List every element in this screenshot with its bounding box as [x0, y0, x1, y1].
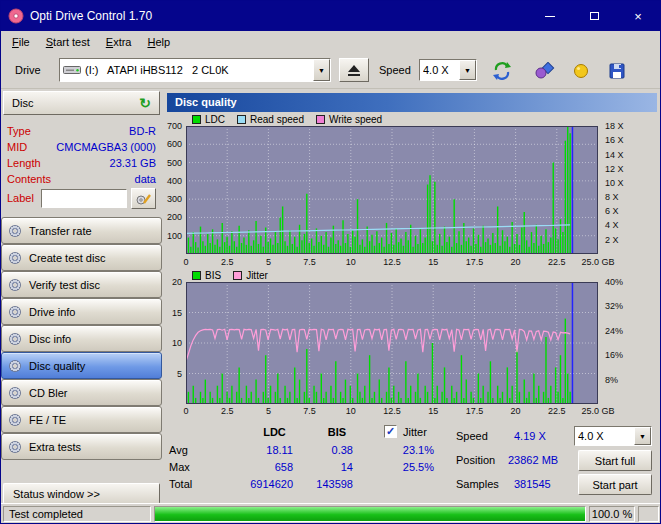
sidebar-item-disc-quality[interactable]: Disc quality: [1, 352, 162, 379]
erase-disc-button[interactable]: [529, 57, 561, 85]
app-icon: [8, 8, 24, 24]
start-part-button[interactable]: Start part: [578, 474, 652, 495]
write-speed-legend-swatch: [316, 115, 325, 124]
total-ldc-value: 6914620: [222, 478, 293, 490]
resize-grip[interactable]: [638, 506, 659, 522]
disc-icon: [9, 414, 21, 426]
nav-label: Extra tests: [29, 441, 81, 453]
nav-label: Verify test disc: [29, 279, 100, 291]
minimize-icon: [545, 16, 555, 17]
speed-select[interactable]: 4.0 X ▼: [419, 59, 477, 81]
eject-button[interactable]: [339, 58, 369, 82]
sidebar-item-disc-info[interactable]: Disc info: [1, 325, 162, 352]
menu-extra[interactable]: Extra: [98, 33, 140, 51]
bis-legend-swatch: [192, 271, 201, 280]
disc-section-header: Disc ↻: [3, 91, 160, 115]
write-speed-legend-label: Write speed: [329, 114, 382, 125]
max-bis-value: 14: [302, 461, 353, 473]
position-stat-value: 23862 MB: [508, 454, 558, 466]
speed-stat-value: 4.19 X: [514, 430, 546, 442]
maximize-icon: [590, 12, 599, 20]
info-row-mid: MID CMCMAGBA3 (000): [7, 141, 156, 156]
length-value: 23.31 GB: [110, 157, 156, 169]
menu-start-test[interactable]: Start test: [38, 33, 98, 51]
chart2-right-axis: 40%32%24%16%8%: [600, 282, 645, 404]
bis-legend-label: BIS: [205, 270, 221, 281]
sidebar-item-transfer-rate[interactable]: Transfer rate: [1, 217, 162, 244]
bis-chart-plot: [186, 282, 598, 404]
nav-label: Drive info: [29, 306, 75, 318]
sidebar-item-extra-tests[interactable]: Extra tests: [1, 433, 162, 460]
disc-icon: [9, 387, 21, 399]
nav-label: CD Bler: [29, 387, 68, 399]
drive-label: Drive: [15, 64, 41, 76]
chart1-right-axis: 18 X16 X14 X12 X10 X8 X6 X4 X2 X: [600, 126, 645, 254]
type-label: Type: [7, 125, 31, 137]
refresh-disc-button[interactable]: ↻: [134, 93, 156, 113]
nav-label: FE / TE: [29, 414, 66, 426]
info-row-length: Length 23.31 GB: [7, 157, 156, 172]
max-row-label: Max: [169, 461, 190, 473]
drive-select[interactable]: (I:) ATAPI iHBS112 2 CL0K ▼: [59, 58, 331, 82]
edit-label-button[interactable]: [131, 188, 156, 209]
sidebar-item-create-test-disc[interactable]: Create test disc: [1, 244, 162, 271]
menu-bar: File Start test Extra Help: [1, 31, 660, 53]
disc-icon: [9, 279, 21, 291]
type-value: BD-R: [129, 125, 156, 137]
window-title: Opti Drive Control 1.70: [30, 9, 152, 23]
menu-help[interactable]: Help: [139, 33, 178, 51]
speed-stat-label: Speed: [456, 430, 488, 442]
disc-header-label: Disc: [12, 97, 134, 109]
nav-label: Transfer rate: [29, 225, 92, 237]
contents-label: Contents: [7, 173, 51, 185]
close-button[interactable]: ×: [616, 1, 660, 31]
sidebar: Disc ↻ Type BD-R MID CMCMAGBA3 (000) Len…: [1, 89, 162, 505]
save-button[interactable]: [601, 57, 633, 85]
avg-bis-value: 0.38: [302, 444, 353, 456]
ldc-chart-plot: [186, 126, 598, 254]
sidebar-item-cd-bler[interactable]: CD Bler: [1, 379, 162, 406]
drive-dropdown-icon[interactable]: ▼: [313, 59, 330, 81]
progress-fill: [155, 507, 585, 521]
avg-ldc-value: 18.11: [222, 444, 293, 456]
status-window-button[interactable]: Status window >>: [3, 483, 160, 504]
length-label: Length: [7, 157, 41, 169]
panel-title: Disc quality: [167, 93, 657, 112]
app-window: Opti Drive Control 1.70 × File Start tes…: [0, 0, 661, 524]
start-full-button[interactable]: Start full: [578, 450, 652, 471]
ldc-legend-label: LDC: [205, 114, 225, 125]
save-icon: [608, 62, 626, 80]
ldc-legend-swatch: [192, 115, 201, 124]
erase-disc-icon: [535, 62, 555, 80]
disc-icon: [9, 225, 21, 237]
speed-stat-dropdown-icon[interactable]: ▼: [634, 427, 651, 445]
disc-label-input[interactable]: [41, 189, 127, 208]
eject-icon: [346, 63, 362, 77]
position-stat-label: Position: [456, 454, 495, 466]
maximize-button[interactable]: [572, 1, 616, 31]
mid-label: MID: [7, 141, 27, 153]
sidebar-item-fe-te[interactable]: FE / TE: [1, 406, 162, 433]
donate-button[interactable]: [565, 57, 597, 85]
chart1-legend: LDC Read speed Write speed: [192, 113, 382, 125]
edit-label-icon: [136, 192, 152, 206]
sidebar-item-verify-test-disc[interactable]: Verify test disc: [1, 271, 162, 298]
status-text: Test completed: [9, 508, 83, 520]
speed-stat-combo-value: 4.0 X: [578, 430, 604, 442]
menu-file[interactable]: File: [4, 33, 38, 51]
max-jitter-value: 25.5%: [362, 461, 434, 473]
speed-stat-select[interactable]: 4.0 X ▼: [574, 426, 652, 446]
chart2-left-axis: 5101520: [162, 282, 184, 404]
jitter-checkbox[interactable]: ✓: [384, 425, 397, 438]
minimize-button[interactable]: [528, 1, 572, 31]
contents-value: data: [135, 173, 156, 185]
refresh-drive-button[interactable]: [487, 57, 517, 85]
disc-icon: [9, 441, 21, 453]
drive-icon: [63, 63, 81, 77]
speed-dropdown-icon[interactable]: ▼: [459, 60, 476, 80]
sidebar-item-drive-info[interactable]: Drive info: [1, 298, 162, 325]
progress-percent: 100.0 %: [589, 506, 635, 522]
avg-jitter-value: 23.1%: [362, 444, 434, 456]
disc-icon: [9, 252, 21, 264]
jitter-legend-label: Jitter: [246, 270, 268, 281]
